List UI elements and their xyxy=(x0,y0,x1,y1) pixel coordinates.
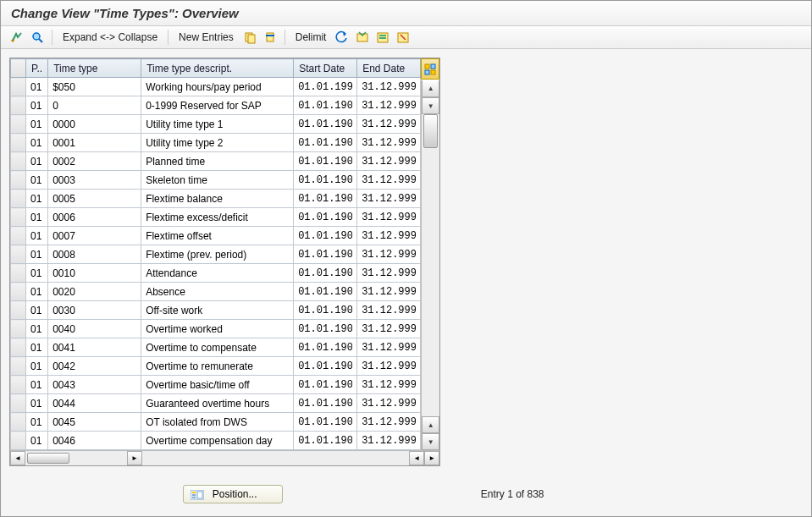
cell-descript[interactable] xyxy=(141,320,294,338)
input-end-date[interactable] xyxy=(357,96,420,114)
input-end-date[interactable] xyxy=(357,376,420,393)
input-time-type[interactable] xyxy=(48,338,141,356)
input-p[interactable] xyxy=(26,320,47,338)
input-descript[interactable] xyxy=(141,357,293,375)
position-button[interactable]: Position... xyxy=(183,485,283,503)
find-icon[interactable] xyxy=(30,30,45,45)
cell-end-date[interactable] xyxy=(357,432,421,450)
input-descript[interactable] xyxy=(141,134,293,151)
cell-end-date[interactable] xyxy=(357,338,421,357)
input-descript[interactable] xyxy=(141,208,293,226)
input-descript[interactable] xyxy=(141,376,293,393)
input-descript[interactable] xyxy=(141,283,293,300)
input-p[interactable] xyxy=(26,432,47,449)
input-end-date[interactable] xyxy=(357,171,420,189)
row-selector[interactable] xyxy=(11,115,26,134)
input-descript[interactable] xyxy=(141,78,293,96)
cell-p[interactable] xyxy=(26,96,48,115)
cell-descript[interactable] xyxy=(141,432,294,450)
vertical-scrollbar[interactable]: ▲ ▼ ▲ ▼ xyxy=(421,80,439,450)
input-descript[interactable] xyxy=(141,413,293,431)
horizontal-scrollbar[interactable]: ◄ ► ◄ ► xyxy=(10,450,439,465)
input-time-type[interactable] xyxy=(48,171,141,189)
cell-p[interactable] xyxy=(26,134,48,152)
input-end-date[interactable] xyxy=(357,190,420,207)
input-end-date[interactable] xyxy=(357,338,420,356)
row-selector[interactable] xyxy=(11,190,26,208)
cell-time-type[interactable] xyxy=(48,115,141,134)
hscroll-left2-icon[interactable]: ◄ xyxy=(409,451,424,465)
cell-end-date[interactable] xyxy=(357,134,421,152)
cell-descript[interactable] xyxy=(141,134,294,152)
row-selector[interactable] xyxy=(11,432,26,450)
row-selector[interactable] xyxy=(11,227,26,245)
col-header-start[interactable]: Start Date xyxy=(294,59,357,78)
delimit-button[interactable]: Delimit xyxy=(292,30,330,45)
row-selector[interactable] xyxy=(11,320,26,338)
cell-start-date[interactable] xyxy=(294,171,357,190)
input-start-date[interactable] xyxy=(294,171,356,189)
cell-p[interactable] xyxy=(26,283,48,301)
input-time-type[interactable] xyxy=(48,96,141,114)
scroll-up-icon[interactable]: ▼ xyxy=(422,97,439,114)
copy-icon[interactable] xyxy=(242,30,257,45)
input-time-type[interactable] xyxy=(48,78,141,96)
cell-end-date[interactable] xyxy=(357,208,421,227)
input-start-date[interactable] xyxy=(294,357,356,375)
other-view-icon[interactable] xyxy=(9,30,25,45)
input-descript[interactable] xyxy=(141,264,293,282)
input-start-date[interactable] xyxy=(294,432,356,449)
cell-p[interactable] xyxy=(26,338,48,357)
input-time-type[interactable] xyxy=(48,134,141,151)
cell-descript[interactable] xyxy=(141,190,294,208)
row-selector[interactable] xyxy=(11,283,26,301)
cell-p[interactable] xyxy=(26,432,48,450)
col-header-p[interactable]: P.. xyxy=(26,59,48,78)
cell-start-date[interactable] xyxy=(294,227,357,245)
cell-descript[interactable] xyxy=(141,208,294,227)
scroll-track[interactable] xyxy=(422,114,439,416)
cell-p[interactable] xyxy=(26,413,48,432)
cell-time-type[interactable] xyxy=(48,264,141,283)
cell-time-type[interactable] xyxy=(48,208,141,227)
cell-time-type[interactable] xyxy=(48,394,141,413)
cell-time-type[interactable] xyxy=(48,283,141,301)
cell-p[interactable] xyxy=(26,227,48,245)
cell-time-type[interactable] xyxy=(48,227,141,245)
input-p[interactable] xyxy=(26,283,47,300)
cell-p[interactable] xyxy=(26,115,48,134)
cell-p[interactable] xyxy=(26,301,48,320)
input-p[interactable] xyxy=(26,134,47,151)
cell-p[interactable] xyxy=(26,245,48,264)
cell-end-date[interactable] xyxy=(357,283,421,301)
input-descript[interactable] xyxy=(141,338,293,356)
cell-time-type[interactable] xyxy=(48,134,141,152)
input-start-date[interactable] xyxy=(294,96,356,114)
cell-end-date[interactable] xyxy=(357,245,421,264)
input-start-date[interactable] xyxy=(294,115,356,133)
cell-start-date[interactable] xyxy=(294,96,357,115)
expand-collapse-button[interactable]: Expand <-> Collapse xyxy=(59,30,161,45)
input-descript[interactable] xyxy=(141,171,293,189)
cell-time-type[interactable] xyxy=(48,301,141,320)
row-selector[interactable] xyxy=(11,152,26,171)
row-selector[interactable] xyxy=(11,134,26,152)
hscroll-left-icon[interactable]: ◄ xyxy=(10,451,25,465)
cell-descript[interactable] xyxy=(141,245,294,264)
input-p[interactable] xyxy=(26,264,47,282)
input-start-date[interactable] xyxy=(294,283,356,300)
cell-time-type[interactable] xyxy=(48,171,141,190)
cell-descript[interactable] xyxy=(141,264,294,283)
cell-time-type[interactable] xyxy=(48,338,141,357)
row-selector[interactable] xyxy=(11,96,26,115)
input-time-type[interactable] xyxy=(48,227,141,245)
hscroll-right2-icon[interactable]: ► xyxy=(424,451,439,465)
input-end-date[interactable] xyxy=(357,320,420,338)
input-start-date[interactable] xyxy=(294,320,356,338)
input-time-type[interactable] xyxy=(48,190,141,207)
input-p[interactable] xyxy=(26,190,47,207)
cell-time-type[interactable] xyxy=(48,432,141,450)
cell-descript[interactable] xyxy=(141,283,294,301)
input-time-type[interactable] xyxy=(48,283,141,300)
row-selector[interactable] xyxy=(11,208,26,227)
